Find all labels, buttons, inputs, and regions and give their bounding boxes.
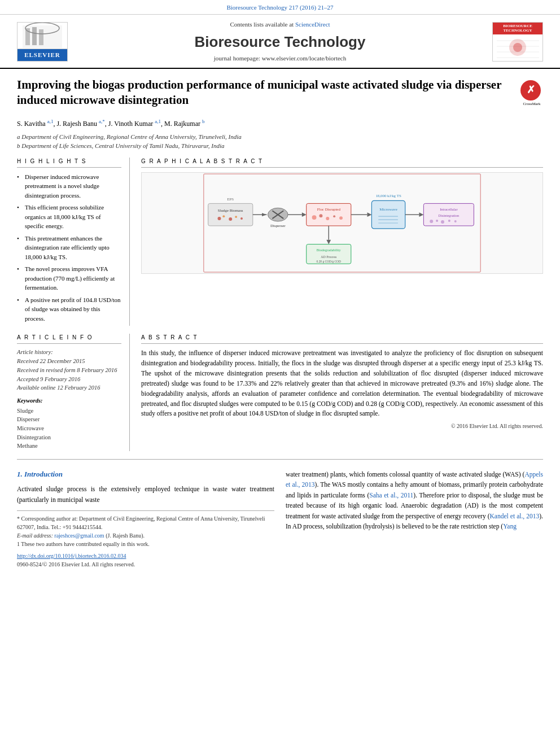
svg-point-33 <box>333 215 335 217</box>
issn-line: 0960-8524/© 2016 Elsevier Ltd. All right… <box>17 560 274 569</box>
crossmark-icon: ✗ <box>520 80 541 101</box>
keyword-2: Disperser <box>17 416 121 424</box>
svg-point-57 <box>454 220 457 222</box>
svg-point-30 <box>312 215 317 220</box>
highlight-item-5: A positive net profit of 104.8 USD/ton o… <box>17 295 121 324</box>
keyword-4: Disintegration <box>17 434 121 442</box>
section-divider <box>17 459 543 460</box>
introduction-section: 1. Introduction Activated sludge process… <box>17 466 543 569</box>
svg-text:18,000 kJ/kg TS: 18,000 kJ/kg TS <box>375 193 401 197</box>
introduction-text-right: water treatment) plants, which foments c… <box>286 469 543 531</box>
bioresource-logo-right: BIORESOURCETECHNOLOGY <box>487 22 549 62</box>
highlight-item-3: This pretreatment enhances the disintegr… <box>17 234 121 262</box>
bioresource-logo-title: BIORESOURCETECHNOLOGY <box>493 23 542 34</box>
svg-point-16 <box>217 217 221 220</box>
abstract-text: In this study, the influence of disperse… <box>141 348 543 419</box>
highlights-list: Disperser induced microwave pretreatment… <box>17 172 121 324</box>
journal-homepage: journal homepage: www.elsevier.com/locat… <box>73 54 487 63</box>
contents-available: Contents lists available at ScienceDirec… <box>73 20 487 29</box>
article-title-section: Improving the biogas production performa… <box>17 77 543 113</box>
highlight-item-1: Disperser induced microwave pretreatment… <box>17 172 121 200</box>
svg-text:Disintegration: Disintegration <box>439 213 460 217</box>
page-wrapper: Bioresource Technology 217 (2016) 21–27 <box>0 0 560 747</box>
keyword-1: Sludge <box>17 407 121 416</box>
svg-rect-43 <box>371 200 405 228</box>
svg-text:Sludge Biomass: Sludge Biomass <box>218 208 243 212</box>
footnote-equal: 1 These two authors have contributed equ… <box>17 540 274 548</box>
svg-rect-14 <box>208 203 253 226</box>
svg-point-11 <box>513 43 522 52</box>
svg-point-18 <box>229 217 232 221</box>
introduction-left: 1. Introduction Activated sludge process… <box>17 469 274 569</box>
svg-text:AD Process: AD Process <box>321 255 337 259</box>
article-history: Article history: Received 22 December 20… <box>17 348 121 392</box>
bioresource-logo-box: BIORESOURCETECHNOLOGY <box>492 22 543 62</box>
abstract-heading: A B S T R A C T <box>141 334 543 344</box>
graphical-abstract-heading: G R A P H I C A L A B S T R A C T <box>141 158 543 168</box>
info-abstract-row: A R T I C L E I N F O Article history: R… <box>17 334 543 451</box>
abstract-col: A B S T R A C T In this study, the influ… <box>141 334 543 451</box>
svg-point-32 <box>326 217 329 220</box>
svg-text:Biodegradability: Biodegradability <box>317 248 342 252</box>
journal-center-info: Contents lists available at ScienceDirec… <box>73 20 487 63</box>
journal-name: Bioresource Technology <box>73 32 487 52</box>
elsevier-label: ELSEVIER <box>18 49 67 61</box>
affiliation-b: b Department of Life Sciences, Central U… <box>17 141 543 151</box>
crossmark-badge: ✗ CrossMark <box>520 80 543 103</box>
footnote-corresponding: * Corresponding author at: Department of… <box>17 514 274 531</box>
svg-text:EPS: EPS <box>227 197 234 201</box>
svg-rect-3 <box>39 29 43 45</box>
keywords-label: Keywords: <box>17 397 121 405</box>
svg-point-34 <box>339 216 343 220</box>
svg-text:Microwave: Microwave <box>379 207 397 211</box>
sciencedirect-link[interactable]: ScienceDirect <box>295 21 330 28</box>
svg-rect-2 <box>32 27 37 45</box>
article-info-col: A R T I C L E I N F O Article history: R… <box>17 334 130 451</box>
svg-text:Disperser: Disperser <box>270 224 286 228</box>
journal-citation: Bioresource Technology 217 (2016) 21–27 <box>226 4 333 11</box>
highlights-graphical-row: H I G H L I G H T S Disperser induced mi… <box>17 158 543 326</box>
doi-link[interactable]: http://dx.doi.org/10.1016/j.biortech.201… <box>17 553 126 559</box>
introduction-right: water treatment) plants, which foments c… <box>286 469 543 569</box>
introduction-title: 1. Introduction <box>17 469 274 479</box>
highlights-col: H I G H L I G H T S Disperser induced mi… <box>17 158 130 326</box>
introduction-text-left: Activated sludge process is the extensiv… <box>17 484 274 505</box>
svg-text:Floc Disrupted: Floc Disrupted <box>317 207 341 211</box>
elsevier-logo: ELSEVIER <box>11 22 73 62</box>
svg-point-20 <box>240 217 243 220</box>
svg-point-53 <box>430 220 433 223</box>
article-content: Improving the biogas production performa… <box>0 69 560 580</box>
article-info-heading: A R T I C L E I N F O <box>17 334 121 344</box>
graphical-abstract-image: Sludge Biomass Disperser <box>141 172 543 274</box>
keyword-3: Microwave <box>17 425 121 433</box>
journal-header: ELSEVIER Contents lists available at Sci… <box>0 15 560 68</box>
svg-point-55 <box>441 220 444 224</box>
elsevier-logo-image: ELSEVIER <box>17 22 68 62</box>
affiliation-a: a Department of Civil Engineering, Regio… <box>17 132 543 142</box>
article-title: Improving the biogas production performa… <box>17 77 512 108</box>
received-date: Received 22 December 2015 <box>17 357 121 366</box>
keyword-5: Methane <box>17 442 121 451</box>
highlight-item-4: The novel process improves VFA productio… <box>17 264 121 292</box>
journal-citation-bar: Bioresource Technology 217 (2016) 21–27 <box>0 0 560 15</box>
history-label: Article history: <box>17 348 121 357</box>
svg-point-31 <box>319 214 322 217</box>
available-date: Available online 12 February 2016 <box>17 384 121 392</box>
received-revised-date: Received in revised form 8 February 2016 <box>17 366 121 375</box>
svg-point-54 <box>436 220 438 222</box>
footnotes: * Corresponding author at: Department of… <box>17 510 274 569</box>
graphical-abstract-col: G R A P H I C A L A B S T R A C T Sludge… <box>141 158 543 326</box>
keywords-section: Keywords: Sludge Disperser Microwave Dis… <box>17 397 121 451</box>
svg-text:Intracellular: Intracellular <box>440 207 458 211</box>
copyright-line: © 2016 Elsevier Ltd. All rights reserved… <box>141 422 543 430</box>
svg-point-17 <box>222 215 225 217</box>
footnote-email: E-mail address: rajeshces@gmail.com (J. … <box>17 531 274 540</box>
svg-point-19 <box>235 216 237 218</box>
authors-line: S. Kavitha a,1, J. Rajesh Banu a,*, J. V… <box>17 118 543 129</box>
crossmark-label: CrossMark <box>520 102 543 107</box>
svg-point-56 <box>448 220 450 222</box>
highlight-item-2: This efficient process solubilize organi… <box>17 203 121 231</box>
affiliations: a Department of Civil Engineering, Regio… <box>17 132 543 151</box>
elsevier-logo-top <box>18 23 67 49</box>
highlights-heading: H I G H L I G H T S <box>17 158 121 168</box>
